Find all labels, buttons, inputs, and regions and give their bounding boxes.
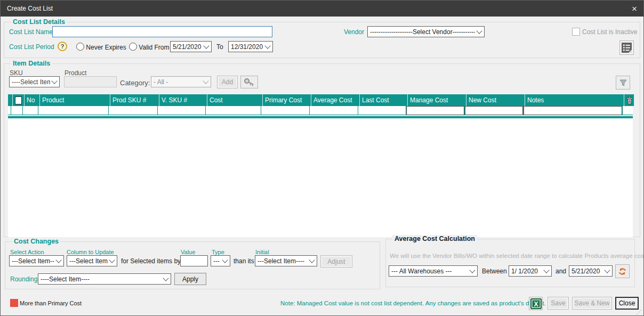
column-to-update-select[interactable]: ---Select Item---- xyxy=(67,255,117,266)
filter-cell[interactable] xyxy=(11,106,23,115)
filter-cell[interactable] xyxy=(109,106,158,115)
adjust-button[interactable]: Adjust xyxy=(320,255,352,268)
filter-cell[interactable] xyxy=(358,106,406,115)
filter-cell[interactable] xyxy=(38,106,109,115)
type-value: --- xyxy=(213,257,221,265)
initial-label: Initial xyxy=(255,249,269,255)
average-cost-title: Average Cost Calculation xyxy=(392,235,477,242)
select-action-value: ---Select Item--- xyxy=(12,257,54,265)
vendor-select[interactable]: --------------------Select Vendor-------… xyxy=(367,26,485,37)
dialog-title: Create Cost List xyxy=(7,5,53,12)
initial-value: ---Select Item---- xyxy=(257,257,308,265)
delete-column-header[interactable] xyxy=(624,94,634,106)
apply-button[interactable]: Apply xyxy=(174,273,206,285)
list-icon xyxy=(621,42,632,53)
export-excel-button[interactable]: X xyxy=(529,297,543,310)
select-all-checkbox xyxy=(15,96,22,104)
save-and-new-button[interactable]: Save & New xyxy=(572,297,612,310)
vendor-select-value: --------------------Select Vendor-------… xyxy=(370,28,475,36)
cost-list-period-label: Cost List Period xyxy=(9,43,54,51)
valid-to-date-select[interactable]: 12/31/2020 xyxy=(228,41,273,52)
save-button[interactable]: Save xyxy=(548,297,569,310)
filter-cell[interactable] xyxy=(206,106,261,115)
key-lookup-button[interactable] xyxy=(240,76,258,88)
radio-icon xyxy=(129,43,137,51)
close-button-label: Close xyxy=(619,299,635,307)
col-new-cost[interactable]: New Cost xyxy=(466,94,525,106)
col-average-cost[interactable]: Average Cost xyxy=(311,94,360,106)
resize-grip[interactable]: ⋰ xyxy=(637,309,642,315)
start-date-value: 1/ 1/2020 xyxy=(511,268,542,275)
inactive-checkbox[interactable] xyxy=(572,28,580,36)
sku-select[interactable]: ----Select Item--- xyxy=(9,76,60,87)
chevron-down-icon xyxy=(604,267,610,273)
close-icon[interactable]: × xyxy=(632,4,637,13)
value-label: Value xyxy=(181,249,195,255)
sku-label: SKU xyxy=(10,69,23,77)
col-product[interactable]: Product xyxy=(40,94,110,106)
valid-from-date-select[interactable]: 5/21/2020 xyxy=(170,41,212,52)
category-label: Category: xyxy=(120,79,150,87)
column-to-update-label: Column to Update xyxy=(67,249,114,255)
filter-cell[interactable] xyxy=(261,106,310,115)
sku-select-value: ----Select Item--- xyxy=(12,78,50,86)
valid-from-date-value: 5/21/2020 xyxy=(173,43,202,51)
key-icon xyxy=(244,78,255,86)
than-its-text: than its xyxy=(234,257,254,265)
adjust-button-label: Adjust xyxy=(327,258,345,265)
chevron-down-icon xyxy=(55,257,61,263)
product-input[interactable] xyxy=(64,76,117,87)
valid-from-radio[interactable]: Valid From xyxy=(129,43,169,51)
select-action-select[interactable]: ---Select Item--- xyxy=(9,255,64,266)
filter-cell[interactable] xyxy=(524,106,623,115)
end-date-select[interactable]: 5/21/2020 xyxy=(569,265,613,277)
filter-cell[interactable] xyxy=(23,106,38,115)
valid-to-date-value: 12/31/2020 xyxy=(231,43,263,51)
col-last-cost[interactable]: Last Cost xyxy=(360,94,408,106)
grid-filter-row xyxy=(8,106,633,115)
notes-filter-input[interactable] xyxy=(524,106,622,115)
start-date-select[interactable]: 1/ 1/2020 xyxy=(509,265,552,277)
col-cost[interactable]: Cost xyxy=(207,94,263,106)
title-bar: Create Cost List × xyxy=(1,1,643,17)
average-cost-description: We will use the Vendor Bills/WO within s… xyxy=(390,253,644,259)
trash-icon xyxy=(626,96,632,104)
warehouse-select[interactable]: --- All Warehouses --- xyxy=(389,265,478,277)
initial-select[interactable]: ---Select Item---- xyxy=(255,255,317,266)
value-input[interactable] xyxy=(180,255,208,266)
add-button[interactable]: Add xyxy=(217,76,238,88)
rounding-label: Rounding xyxy=(10,276,37,283)
filter-cell xyxy=(623,106,633,115)
type-select[interactable]: --- xyxy=(211,255,230,266)
category-select[interactable]: - All - xyxy=(151,76,211,87)
col-primary-cost[interactable]: Primary Cost xyxy=(263,94,311,106)
col-v-sku[interactable]: V. SKU # xyxy=(159,94,207,106)
col-notes[interactable]: Notes xyxy=(525,94,624,106)
recalculate-button[interactable] xyxy=(615,264,630,278)
help-icon[interactable]: ? xyxy=(58,42,67,51)
filter-funnel-icon xyxy=(619,79,627,87)
refresh-icon xyxy=(618,267,627,276)
cost-list-picker-button[interactable] xyxy=(619,40,634,55)
filter-cell[interactable] xyxy=(406,106,465,115)
manage-cost-filter-input[interactable] xyxy=(406,106,464,115)
filter-button[interactable] xyxy=(616,76,630,90)
select-action-label: Select Action xyxy=(10,249,44,255)
close-button[interactable]: Close xyxy=(615,297,639,310)
inactive-checkbox-label: Cost List is Inactive xyxy=(582,28,637,36)
chevron-down-icon xyxy=(309,257,315,263)
cost-list-name-input[interactable] xyxy=(52,26,272,37)
col-manage-cost[interactable]: Manage Cost xyxy=(408,94,466,106)
rounding-select[interactable]: ----Select Item---- xyxy=(38,273,171,285)
never-expires-radio[interactable]: Never Expires xyxy=(76,43,126,51)
filter-cell[interactable] xyxy=(465,106,524,115)
filter-cell[interactable] xyxy=(158,106,206,115)
select-all-header[interactable] xyxy=(13,94,25,106)
type-label: Type xyxy=(212,249,224,255)
chevron-down-icon xyxy=(543,267,549,273)
items-grid: No Product Prod SKU # V. SKU # Cost Prim… xyxy=(8,94,633,237)
new-cost-filter-input[interactable] xyxy=(465,106,523,115)
col-no[interactable]: No xyxy=(25,94,40,106)
filter-cell[interactable] xyxy=(310,106,358,115)
col-prod-sku[interactable]: Prod SKU # xyxy=(110,94,159,106)
